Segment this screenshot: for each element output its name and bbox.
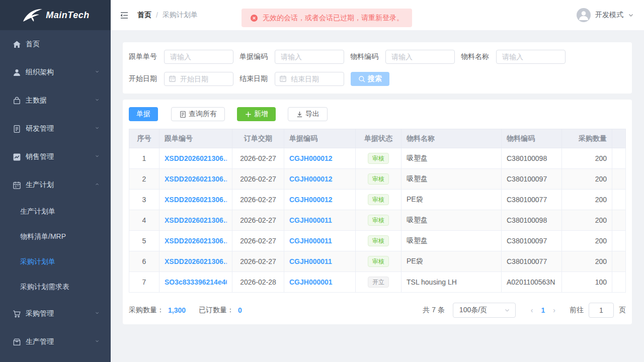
sidebar-subitem[interactable]: 物料清单/MRP [0, 224, 111, 249]
chevron-down-icon [95, 98, 101, 104]
column-header-1: 跟单编号 [159, 129, 232, 148]
follow-no-link[interactable]: XSDD2026021306… [165, 237, 227, 245]
goto-page-input[interactable] [589, 303, 614, 318]
cell-material-name: 吸塑盘 [401, 169, 502, 190]
doc-no-link[interactable]: CGJH000012 [289, 154, 350, 162]
table-panel: 单据查询所有新增导出 序号跟单编号订单交期单据编码单据状态物料名称物料编码采购数… [123, 100, 632, 324]
error-icon [250, 14, 258, 22]
breadcrumb-home[interactable]: 首页 [137, 11, 151, 20]
cell-qty: 200 [562, 210, 612, 231]
toolbar: 单据查询所有新增导出 [129, 107, 626, 121]
filter-date-field: 开始日期 [129, 72, 233, 86]
error-toast: 无效的会话，或者会话已过期，请重新登录。 [242, 9, 412, 27]
column-header-6: 物料编码 [502, 129, 562, 148]
doc-mode-button[interactable]: 单据 [129, 107, 158, 121]
page-size-select[interactable]: 100条/页 [453, 303, 516, 318]
filter-input[interactable] [496, 50, 566, 64]
user-menu[interactable]: 开发模式 [577, 8, 634, 22]
chevron-down-icon [95, 339, 101, 345]
filter-label: 跟单单号 [129, 52, 158, 61]
sidebar-item-7[interactable]: 采购管理 [0, 300, 111, 328]
sidebar-item-label: 生产计划 [26, 180, 95, 190]
sidebar-subitem[interactable]: 生产计划单 [0, 199, 111, 224]
page-size-value: 100条/页 [459, 306, 504, 315]
export-button[interactable]: 导出 [288, 107, 328, 121]
sidebar-subitem[interactable]: 采购计划单 [0, 249, 111, 275]
chevron-down-icon[interactable] [628, 12, 634, 18]
search-icon [358, 75, 366, 83]
cell-empty [612, 190, 626, 210]
goto-label: 前往 [570, 306, 584, 315]
doc-no-link[interactable]: CGJH000011 [289, 257, 350, 265]
filter-input[interactable] [385, 50, 455, 64]
status-badge: 审核 [368, 256, 389, 267]
cell-material-name: 吸塑盘 [401, 231, 502, 251]
pagination-total: 共 7 条 [423, 306, 445, 315]
ordered-qty-label: 已订数量： [199, 306, 234, 315]
sidebar-item-4[interactable]: 研发管理 [0, 115, 111, 143]
cell-material-code: C380100097 [502, 169, 562, 190]
status-badge: 审核 [368, 235, 389, 246]
filter-row-dates: 开始日期结束日期搜索 [129, 72, 626, 86]
doc-no-link[interactable]: CGJH000001 [289, 278, 350, 286]
purchase-qty-value: 1,300 [168, 306, 186, 314]
cell-material-code: A0201100563N [502, 272, 562, 293]
sidebar-subitem[interactable]: 采购计划需求表 [0, 275, 111, 300]
cell-seq: 4 [129, 210, 159, 231]
filter-row-text: 跟单单号单据编码物料编码物料名称 [129, 50, 626, 64]
doc-no-link[interactable]: CGJH000012 [289, 196, 350, 204]
cell-status: 审核 [356, 169, 401, 190]
sidebar-item-label: 采购管理 [26, 309, 95, 318]
avatar[interactable] [577, 8, 591, 22]
cell-delivery-date: 2026-02-27 [232, 251, 284, 272]
cell-follow-no: XSDD2026021306… [159, 148, 232, 169]
sidebar-item-1[interactable]: 首页 [0, 30, 111, 58]
sidebar-item-label: 组织架构 [26, 68, 95, 77]
next-page-button[interactable]: › [548, 306, 560, 314]
doc-no-link[interactable]: CGJH000012 [289, 175, 350, 183]
user-name[interactable]: 开发模式 [595, 11, 623, 20]
prev-page-button[interactable]: ‹ [526, 306, 538, 314]
follow-no-link[interactable]: XSDD2026021306… [165, 154, 227, 162]
sidebar-item-2[interactable]: 组织架构 [0, 58, 111, 86]
cell-doc-no: CGJH000011 [284, 210, 356, 231]
query-all-button[interactable]: 查询所有 [171, 107, 225, 121]
filter-input[interactable] [164, 50, 233, 64]
sidebar-item-6[interactable]: 生产计划 [0, 171, 111, 199]
brand-name: MainTech [46, 10, 89, 21]
current-page[interactable]: 1 [538, 306, 548, 314]
plus-icon [245, 111, 252, 118]
date-input[interactable] [164, 72, 233, 86]
follow-no-link[interactable]: XSDD2026021306… [165, 216, 227, 224]
filter-label: 结束日期 [239, 74, 269, 83]
follow-no-link[interactable]: SO3c833396214e40 [165, 278, 227, 286]
sidebar-item-3[interactable]: 主数据 [0, 86, 111, 115]
sidebar-item-8[interactable]: 生产管理 [0, 328, 111, 356]
cell-material-code: C380100097 [502, 231, 562, 251]
cell-qty: 200 [562, 190, 612, 210]
cell-follow-no: SO3c833396214e40 [159, 272, 232, 293]
page-unit-label: 页 [619, 306, 626, 315]
add-button[interactable]: 新增 [237, 107, 276, 121]
cell-follow-no: XSDD2026021306… [159, 169, 232, 190]
sidebar-item-label: 首页 [26, 40, 101, 49]
filter-label: 开始日期 [129, 74, 158, 83]
filter-field: 单据编码 [239, 50, 344, 64]
follow-no-link[interactable]: XSDD2026021306… [165, 196, 227, 204]
cell-empty [612, 148, 626, 169]
doc-no-link[interactable]: CGJH000011 [289, 237, 350, 245]
sidebar-item-5[interactable]: 销售管理 [0, 143, 111, 171]
follow-no-link[interactable]: XSDD2026021306… [165, 175, 227, 183]
search-button[interactable]: 搜索 [351, 72, 389, 86]
filter-label: 单据编码 [239, 52, 269, 61]
sidebar-collapse-icon[interactable] [120, 12, 129, 19]
cell-qty: 200 [562, 169, 612, 190]
cell-material-name: TSL housing LH [401, 272, 502, 293]
box-icon [13, 338, 21, 346]
filter-input[interactable] [275, 50, 344, 64]
doc-no-link[interactable]: CGJH000011 [289, 216, 350, 224]
follow-no-link[interactable]: XSDD2026021306… [165, 257, 227, 265]
status-badge: 审核 [368, 173, 389, 185]
cell-doc-no: CGJH000012 [284, 169, 356, 190]
date-input[interactable] [275, 72, 344, 86]
